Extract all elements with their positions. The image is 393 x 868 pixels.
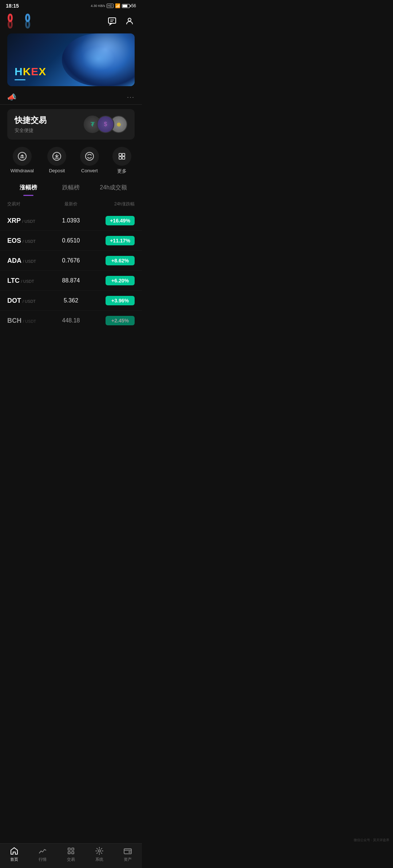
table-row[interactable]: BCH / USDT 448.18 +2.45% (0, 311, 142, 330)
header-change: 24h涨跌幅 (92, 201, 135, 207)
table-row[interactable]: ADA / USDT 0.7676 +8.62% (0, 251, 142, 271)
chat-icon (108, 17, 116, 25)
coin-dollar: $ (97, 116, 114, 133)
svg-rect-9 (119, 157, 122, 159)
tab-volume[interactable]: 24h成交额 (92, 180, 135, 196)
pair-eos: EOS / USDT (7, 237, 50, 245)
svg-rect-8 (122, 153, 125, 156)
logo-svg (7, 13, 31, 29)
convert-icon (85, 152, 94, 161)
svg-point-3 (128, 18, 131, 21)
convert-button[interactable]: Convert (80, 147, 99, 174)
table-row[interactable]: LTC / USDT 88.874 +6.20% (0, 271, 142, 291)
megaphone-icon: 📣 (7, 93, 16, 101)
quick-trade-coins: ₮ $ ◎ (84, 116, 127, 133)
table-header: 交易对 最新价 24h涨跌幅 (0, 199, 142, 211)
pair-xrp: XRP / USDT (7, 217, 50, 225)
change-badge-dot: +3.96% (106, 296, 135, 305)
price-xrp: 1.0393 (50, 217, 92, 224)
change-bch: +2.45% (92, 316, 135, 325)
network-speed: 4.30 KB/s (91, 4, 105, 8)
announcement-more[interactable]: ··· (127, 93, 135, 101)
announcement-bar: 📣 ··· (0, 90, 142, 105)
convert-icon-circle (80, 147, 99, 166)
svg-point-6 (86, 152, 94, 160)
quick-trade-title: 快捷交易 (15, 115, 47, 126)
more-button[interactable]: 更多 (112, 147, 131, 174)
withdrawal-icon (17, 152, 27, 161)
battery-icon (122, 4, 130, 8)
withdrawal-button[interactable]: Withdrawal (11, 147, 34, 174)
status-right: 4.30 KB/s HD 📶 56 (91, 3, 136, 8)
banner[interactable]: HKEX (7, 33, 135, 86)
quick-trade-card[interactable]: 快捷交易 安全便捷 ₮ $ ◎ (7, 109, 135, 140)
change-xrp: +16.49% (92, 216, 135, 225)
chat-button[interactable] (107, 16, 117, 26)
market-tabs: 涨幅榜 跌幅榜 24h成交额 (0, 180, 142, 196)
change-dot: +3.96% (92, 296, 135, 305)
tab-losers[interactable]: 跌幅榜 (50, 180, 92, 196)
banner-k: K (23, 65, 31, 77)
header-actions (107, 16, 135, 26)
pair-ada: ADA / USDT (7, 257, 50, 265)
header-pair: 交易对 (7, 201, 50, 207)
table-row[interactable]: XRP / USDT 1.0393 +16.49% (0, 211, 142, 231)
signal-bars: 📶 (115, 3, 120, 8)
banner-e: E (31, 65, 39, 77)
svg-rect-10 (122, 157, 125, 159)
battery-level: 56 (131, 3, 136, 8)
price-eos: 0.6510 (50, 237, 92, 244)
change-eos: +11.17% (92, 236, 135, 245)
change-badge-eos: +11.17% (106, 236, 135, 245)
change-ada: +8.62% (92, 256, 135, 265)
quick-trade-subtitle: 安全便捷 (15, 127, 47, 134)
banner-h: H (15, 65, 23, 77)
status-bar: 18:15 4.30 KB/s HD 📶 56 (0, 0, 142, 10)
withdrawal-label: Withdrawal (11, 168, 34, 173)
convert-label: Convert (81, 168, 98, 173)
status-time: 18:15 (6, 3, 19, 9)
change-badge-bch: +2.45% (106, 316, 135, 325)
announcement-content[interactable]: 📣 (7, 93, 16, 101)
market-table: XRP / USDT 1.0393 +16.49% EOS / USDT 0.6… (0, 211, 142, 330)
withdrawal-icon-circle (13, 147, 32, 166)
price-ada: 0.7676 (50, 257, 92, 264)
tab-gainers[interactable]: 涨幅榜 (7, 180, 50, 196)
more-icon-circle (112, 147, 131, 166)
deposit-icon-circle (47, 147, 66, 166)
table-row[interactable]: DOT / USDT 5.362 +3.96% (0, 291, 142, 311)
banner-title: HKEX (15, 65, 46, 80)
change-badge-xrp: +16.49% (106, 216, 135, 225)
banner-glow-decoration (69, 37, 127, 81)
deposit-button[interactable]: Deposit (47, 147, 66, 174)
svg-rect-0 (108, 18, 116, 23)
hd-badge: HD (107, 4, 114, 8)
action-buttons-row: Withdrawal Deposit Convert (0, 144, 142, 180)
pair-ltc: LTC / USDT (7, 277, 50, 285)
pair-bch: BCH / USDT (7, 317, 50, 325)
more-icon (117, 152, 127, 161)
more-label: 更多 (117, 168, 127, 174)
profile-button[interactable] (124, 16, 135, 26)
change-badge-ltc: +6.20% (106, 276, 135, 285)
price-bch: 448.18 (50, 317, 92, 324)
quick-trade-info: 快捷交易 安全便捷 (15, 115, 47, 134)
app-header (0, 10, 142, 33)
change-badge-ada: +8.62% (106, 256, 135, 265)
table-row[interactable]: EOS / USDT 0.6510 +11.17% (0, 231, 142, 251)
profile-icon (125, 17, 134, 25)
banner-x: X (39, 65, 46, 77)
svg-rect-7 (119, 153, 122, 156)
pair-dot: DOT / USDT (7, 297, 50, 305)
deposit-label: Deposit (49, 168, 65, 173)
banner-underline (15, 79, 25, 80)
price-dot: 5.362 (50, 297, 92, 304)
price-ltc: 88.874 (50, 277, 92, 284)
change-ltc: +6.20% (92, 276, 135, 285)
deposit-icon (52, 152, 61, 161)
app-logo[interactable] (7, 13, 31, 29)
header-price: 最新价 (50, 201, 92, 207)
